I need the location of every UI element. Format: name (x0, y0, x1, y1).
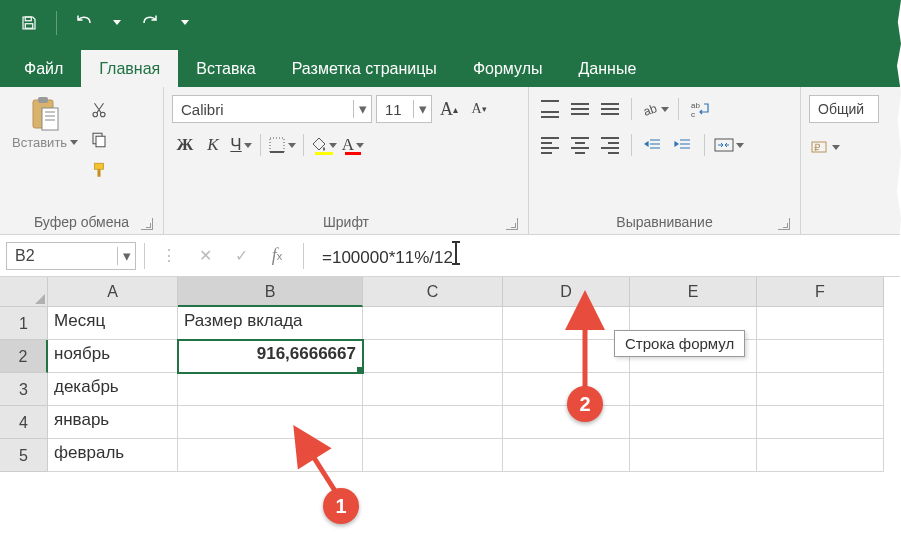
align-bottom-button[interactable] (597, 96, 623, 122)
tab-formulas[interactable]: Формулы (455, 50, 561, 87)
tab-file[interactable]: Файл (6, 50, 81, 87)
cell-E5[interactable] (630, 439, 757, 472)
clipboard-launcher[interactable] (141, 218, 153, 230)
select-all-corner[interactable] (0, 277, 48, 307)
svg-rect-12 (95, 163, 104, 169)
font-size-combo[interactable]: 11▾ (376, 95, 432, 123)
svg-rect-0 (25, 17, 31, 21)
decrease-font-button[interactable]: A▾ (466, 95, 492, 123)
cell-A5[interactable]: февраль (48, 439, 178, 472)
insert-function-button[interactable]: fx (261, 240, 293, 272)
ribbon-group-alignment: ab abc Выравнивание (529, 87, 801, 234)
text-cursor-icon (455, 243, 457, 263)
increase-font-button[interactable]: A▴ (436, 95, 462, 123)
cell-A2[interactable]: ноябрь (48, 340, 178, 373)
undo-button[interactable] (63, 2, 105, 44)
cell-A4[interactable]: январь (48, 406, 178, 439)
row-header-4[interactable]: 4 (0, 406, 48, 439)
formula-input[interactable]: =100000*11%/12 (314, 239, 895, 272)
ribbon-group-clipboard: Вставить Буфер обмена (0, 87, 164, 234)
cell-D1[interactable] (503, 307, 630, 340)
save-button[interactable] (8, 2, 50, 44)
cell-A1[interactable]: Месяц (48, 307, 178, 340)
increase-indent-button[interactable] (670, 131, 696, 159)
cell-B1[interactable]: Размер вклада (178, 307, 363, 340)
quick-access-toolbar (0, 0, 901, 45)
column-header-C[interactable]: C (363, 277, 503, 307)
svg-rect-4 (42, 108, 58, 130)
cell-C1[interactable] (363, 307, 503, 340)
cell-C4[interactable] (363, 406, 503, 439)
align-left-button[interactable] (537, 132, 563, 158)
svg-text:ab: ab (691, 101, 700, 110)
svg-rect-14 (270, 138, 284, 152)
table-row: 4январь (0, 406, 901, 439)
tab-layout[interactable]: Разметка страницы (274, 50, 455, 87)
cell-B3[interactable] (178, 373, 363, 406)
ribbon: Вставить Буфер обмена Calibri▾ 11▾ A▴ A▾… (0, 87, 901, 235)
tab-insert[interactable]: Вставка (178, 50, 273, 87)
font-color-button[interactable]: A (340, 131, 366, 159)
decrease-indent-button[interactable] (640, 131, 666, 159)
borders-button[interactable] (267, 131, 297, 159)
paste-icon (27, 97, 63, 133)
formula-text: =100000*11%/12 (322, 248, 453, 267)
font-launcher[interactable] (506, 218, 518, 230)
cell-F4[interactable] (757, 406, 884, 439)
cell-F3[interactable] (757, 373, 884, 406)
alignment-launcher[interactable] (778, 218, 790, 230)
formula-bar: B2▾ ⋮ ✕ ✓ fx =100000*11%/12 (0, 235, 901, 277)
row-header-1[interactable]: 1 (0, 307, 48, 340)
redo-button[interactable] (129, 2, 171, 44)
svg-text:₽: ₽ (814, 142, 821, 153)
cell-E3[interactable] (630, 373, 757, 406)
format-painter-button[interactable] (88, 159, 110, 181)
number-format-combo[interactable]: Общий (809, 95, 879, 123)
accounting-format-button[interactable]: ₽ (809, 133, 841, 161)
cell-F1[interactable] (757, 307, 884, 340)
column-header-E[interactable]: E (630, 277, 757, 307)
align-middle-button[interactable] (567, 96, 593, 122)
paste-button[interactable]: Вставить (8, 95, 82, 152)
cell-E4[interactable] (630, 406, 757, 439)
row-header-2[interactable]: 2 (0, 340, 48, 373)
cut-button[interactable] (88, 99, 110, 121)
row-header-3[interactable]: 3 (0, 373, 48, 406)
cell-D4[interactable] (503, 406, 630, 439)
orientation-button[interactable]: ab (640, 95, 670, 123)
align-right-button[interactable] (597, 132, 623, 158)
font-name-combo[interactable]: Calibri▾ (172, 95, 372, 123)
align-top-button[interactable] (537, 96, 563, 122)
cancel-formula-button[interactable]: ✕ (189, 240, 221, 272)
fill-color-button[interactable] (310, 131, 338, 159)
svg-rect-3 (38, 97, 48, 103)
column-header-A[interactable]: A (48, 277, 178, 307)
underline-button[interactable]: Ч (228, 131, 254, 159)
cell-C2[interactable] (363, 340, 503, 373)
tab-data[interactable]: Данные (561, 50, 655, 87)
column-header-B[interactable]: B (178, 277, 363, 307)
row-header-5[interactable]: 5 (0, 439, 48, 472)
cell-B2[interactable]: 916,6666667 (178, 340, 363, 373)
qat-customize[interactable] (175, 2, 195, 44)
cell-D2[interactable] (503, 340, 630, 373)
align-center-button[interactable] (567, 132, 593, 158)
cell-A3[interactable]: декабрь (48, 373, 178, 406)
cell-D5[interactable] (503, 439, 630, 472)
wrap-text-button[interactable]: abc (687, 95, 713, 123)
copy-button[interactable] (88, 129, 110, 151)
tab-home[interactable]: Главная (81, 50, 178, 87)
cell-C3[interactable] (363, 373, 503, 406)
cell-F5[interactable] (757, 439, 884, 472)
bold-button[interactable]: Ж (172, 131, 198, 159)
ribbon-group-font: Calibri▾ 11▾ A▴ A▾ Ж К Ч A Шрифт (164, 87, 529, 234)
undo-dropdown[interactable] (109, 2, 125, 44)
column-header-F[interactable]: F (757, 277, 884, 307)
merge-button[interactable] (713, 131, 745, 159)
name-box[interactable]: B2▾ (6, 242, 136, 270)
enter-formula-button[interactable]: ✓ (225, 240, 257, 272)
italic-button[interactable]: К (200, 131, 226, 159)
cell-F2[interactable] (757, 340, 884, 373)
cell-C5[interactable] (363, 439, 503, 472)
column-header-D[interactable]: D (503, 277, 630, 307)
